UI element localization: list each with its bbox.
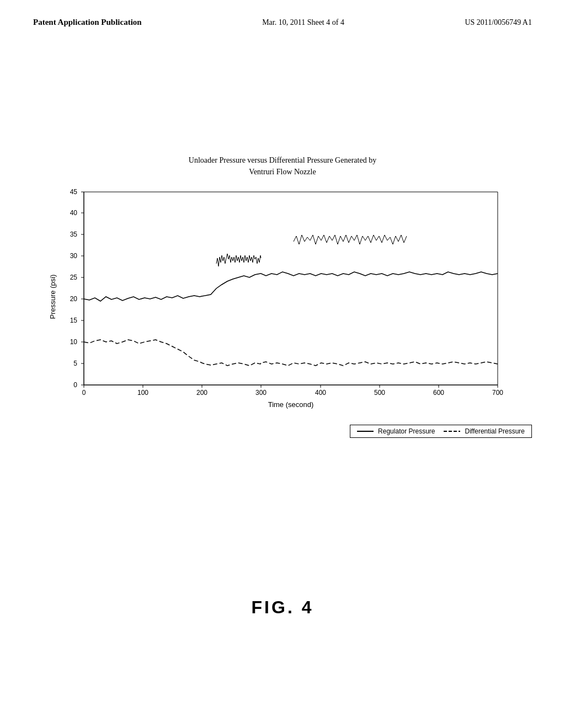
legend-container: Regulator Pressure Differential Pressure: [33, 420, 532, 438]
svg-text:500: 500: [374, 389, 385, 397]
svg-text:400: 400: [315, 389, 326, 397]
svg-text:20: 20: [70, 295, 78, 303]
header-center: Mar. 10, 2011 Sheet 4 of 4: [262, 18, 344, 27]
chart-title: Unloader Pressure versus Differential Pr…: [33, 154, 532, 178]
svg-text:100: 100: [137, 389, 148, 397]
figure-label: FIG. 4: [252, 597, 314, 617]
svg-text:30: 30: [70, 252, 78, 260]
svg-text:0: 0: [82, 389, 86, 397]
svg-text:600: 600: [433, 389, 444, 397]
svg-text:5: 5: [73, 360, 77, 367]
chart-section: Unloader Pressure versus Differential Pr…: [33, 154, 532, 438]
header-left: Patent Application Publication: [33, 18, 142, 27]
svg-text:700: 700: [492, 389, 503, 397]
svg-text:15: 15: [70, 317, 78, 324]
page-header: Patent Application Publication Mar. 10, …: [0, 0, 565, 27]
legend-box: Regulator Pressure Differential Pressure: [350, 425, 532, 438]
legend-item1: Regulator Pressure: [378, 427, 435, 435]
svg-text:45: 45: [70, 188, 78, 196]
chart-container: 0 5 10 15 20 25 30 35 40: [33, 186, 532, 418]
svg-text:300: 300: [255, 389, 266, 397]
svg-text:40: 40: [70, 209, 78, 217]
figure-label-container: FIG. 4: [252, 597, 314, 618]
svg-text:Time (second): Time (second): [268, 400, 314, 409]
legend-item2: Differential Pressure: [465, 427, 525, 435]
svg-text:Pressure (psi): Pressure (psi): [49, 275, 57, 319]
chart-svg: 0 5 10 15 20 25 30 35 40: [33, 186, 532, 418]
svg-text:200: 200: [196, 389, 207, 397]
svg-text:35: 35: [70, 231, 78, 238]
header-right: US 2011/0056749 A1: [465, 18, 532, 27]
svg-text:25: 25: [70, 274, 78, 281]
svg-text:10: 10: [70, 338, 78, 346]
svg-text:0: 0: [73, 381, 77, 389]
